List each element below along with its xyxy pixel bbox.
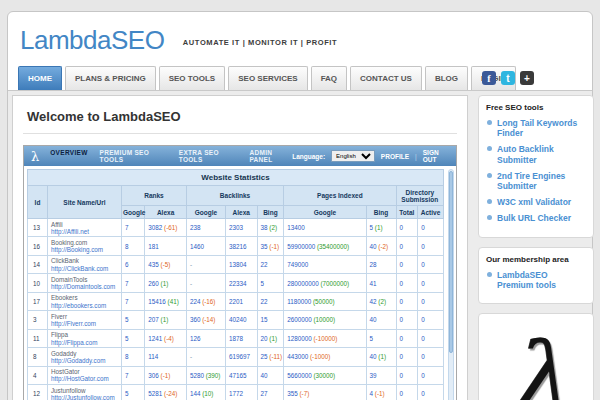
cell-value: 0	[418, 348, 444, 366]
site-url-link[interactable]: http://ClickBank.com	[51, 265, 118, 272]
site-url-link[interactable]: http://ebookers.com	[51, 302, 118, 309]
nav-tab-seo-services[interactable]: SEO SERVICES	[228, 66, 307, 90]
tool-link-auto-backlink-submitter[interactable]: Auto Backlink Submitter	[497, 144, 586, 164]
delta-value: (-1)	[269, 243, 279, 250]
cell-id: 10	[28, 274, 48, 292]
tool-link-long-tail-keywords-finder[interactable]: Long Tail Keywords Finder	[497, 118, 586, 138]
site-url-link[interactable]: http://HostGator.com	[51, 375, 118, 382]
group-header-backlinks: Backlinks	[186, 186, 283, 206]
membership-link-item[interactable]: LambdaSEO Premium tools	[486, 270, 586, 290]
content-panel: Welcome to LambdaSEO λ OVERVIEWPREMIUM S…	[12, 95, 468, 400]
cell-value: 47165	[225, 366, 257, 384]
cell-value: 40	[257, 366, 284, 384]
delta-value: (1)	[375, 224, 383, 231]
site-name: Justunfollow	[51, 387, 118, 394]
dashboard-topbar-right: Language: English PROFILE | SIGN OUT	[292, 149, 449, 163]
cell-value: 40 (-2)	[366, 237, 396, 255]
cell-value: 7	[122, 292, 145, 310]
site-url-link[interactable]: http://Godaddy.com	[51, 357, 118, 364]
cell-value: 749000	[284, 255, 366, 273]
cell-value: 1241 (-4)	[145, 329, 187, 347]
dashboard-content: Website Statistics IdSite Name/UrlRanksB…	[24, 166, 456, 400]
nav-tab-blog[interactable]: BLOG	[425, 66, 468, 90]
bullet-icon	[487, 146, 492, 151]
nav-tab-plans-pricing[interactable]: PLANS & PRICING	[65, 66, 156, 90]
nav-tab-contact-us[interactable]: CONTACT US	[350, 66, 422, 90]
dashboard-menu-overview[interactable]: OVERVIEW	[50, 149, 87, 163]
cell-value: 0	[396, 219, 418, 237]
twitter-icon[interactable]: t	[501, 71, 515, 85]
table-row: 12Justunfollowhttp://Justunfollow.com552…	[28, 385, 444, 400]
tool-link-2nd-tire-engines-submitter[interactable]: 2nd Tire Engines Submitter	[497, 171, 586, 191]
topbar-separator: |	[415, 153, 417, 160]
nav-tab-home[interactable]: HOME	[18, 66, 62, 90]
signout-link[interactable]: SIGN OUT	[423, 149, 449, 163]
site-url-link[interactable]: http://Flippa.com	[51, 339, 118, 346]
cell-value: 126	[186, 329, 225, 347]
site-url-link[interactable]: http://Booking.com	[51, 246, 118, 253]
premium-tools-link[interactable]: LambdaSEO Premium tools	[497, 270, 586, 290]
cell-value: 224 (-16)	[186, 292, 225, 310]
cell-site: Godaddyhttp://Godaddy.com	[47, 348, 121, 366]
cell-id: 8	[28, 348, 48, 366]
cell-value: 7	[122, 219, 145, 237]
tool-link-item[interactable]: Auto Backlink Submitter	[486, 144, 586, 164]
site-tagline: AUTOMATE IT | MONITOR IT | PROFIT	[183, 38, 337, 47]
cell-value: 15	[257, 311, 284, 329]
cell-site: Booking.comhttp://Booking.com	[47, 237, 121, 255]
cell-id: 17	[28, 292, 48, 310]
cell-value: 0	[418, 329, 444, 347]
nav-tab-faq[interactable]: FAQ	[311, 66, 347, 90]
delta-value: (50000)	[313, 298, 335, 305]
tool-link-item[interactable]: 2nd Tire Engines Submitter	[486, 171, 586, 191]
table-title: Website Statistics	[27, 169, 444, 185]
sub-header-google: Google	[186, 206, 225, 219]
nav-tab-seo-tools[interactable]: SEO TOOLS	[159, 66, 226, 90]
facebook-icon[interactable]: f	[482, 71, 496, 85]
tool-link-item[interactable]: W3C xml Validator	[486, 197, 586, 207]
sub-header-google: Google	[284, 206, 366, 219]
frame-scrollbar[interactable]	[448, 169, 454, 400]
language-select[interactable]: English	[331, 150, 375, 162]
site-name: Ebookers	[51, 294, 118, 301]
profile-link[interactable]: PROFILE	[381, 153, 409, 160]
delta-value: (10)	[202, 390, 213, 397]
dashboard-menu-premium-seo-tools[interactable]: PREMIUM SEO TOOLS	[100, 149, 167, 163]
cell-value: 0	[418, 255, 444, 273]
cell-value: 38216	[225, 237, 257, 255]
delta-value: (-7)	[299, 390, 309, 397]
content-divider	[23, 133, 457, 134]
site-name: HostGator	[51, 368, 118, 375]
site-url-link[interactable]: http://Justunfollow.com	[51, 394, 118, 400]
sub-header-alexa: Alexa	[145, 206, 187, 219]
site-name: DomainTools	[51, 276, 118, 283]
tool-link-item[interactable]: Bulk URL Checker	[486, 213, 586, 223]
cell-id: 3	[28, 311, 48, 329]
site-url-link[interactable]: http://Affili.net	[51, 228, 118, 235]
frame-scrollbar-thumb[interactable]	[449, 171, 453, 353]
dashboard-topbar: λ OVERVIEWPREMIUM SEO TOOLSEXTRA SEO TOO…	[24, 146, 456, 166]
cell-site: Fiverrhttp://Fiverr.com	[47, 311, 121, 329]
dashboard-menu-extra-seo-tools[interactable]: EXTRA SEO TOOLS	[179, 149, 238, 163]
site-url-link[interactable]: http://Fiverr.com	[51, 320, 118, 327]
cell-id: 14	[28, 255, 48, 273]
cell-value: 28	[366, 255, 396, 273]
share-icon[interactable]: +	[520, 71, 534, 85]
cell-value: 22	[257, 255, 284, 273]
cell-value: -	[186, 348, 225, 366]
cell-value: 0	[396, 255, 418, 273]
statistics-table: IdSite Name/UrlRanksBacklinksPages Index…	[27, 185, 444, 400]
dashboard-menu: OVERVIEWPREMIUM SEO TOOLSEXTRA SEO TOOLS…	[50, 149, 292, 163]
dashboard-menu-admin-panel[interactable]: ADMIN PANEL	[249, 149, 292, 163]
tool-link-bulk-url-checker[interactable]: Bulk URL Checker	[497, 213, 571, 223]
cell-id: 12	[28, 385, 48, 400]
cell-value: 5	[366, 329, 396, 347]
cell-site: Justunfollowhttp://Justunfollow.com	[47, 385, 121, 400]
site-header: LambdaSEO AUTOMATE IT | MONITOR IT | PRO…	[8, 12, 592, 56]
site-url-link[interactable]: http://Domaintools.com	[51, 283, 118, 290]
delta-value: (-24)	[164, 390, 177, 397]
cell-value: -	[186, 255, 225, 273]
tool-link-item[interactable]: Long Tail Keywords Finder	[486, 118, 586, 138]
cell-value: 207 (1)	[145, 311, 187, 329]
tool-link-w3c-xml-validator[interactable]: W3C xml Validator	[497, 197, 571, 207]
